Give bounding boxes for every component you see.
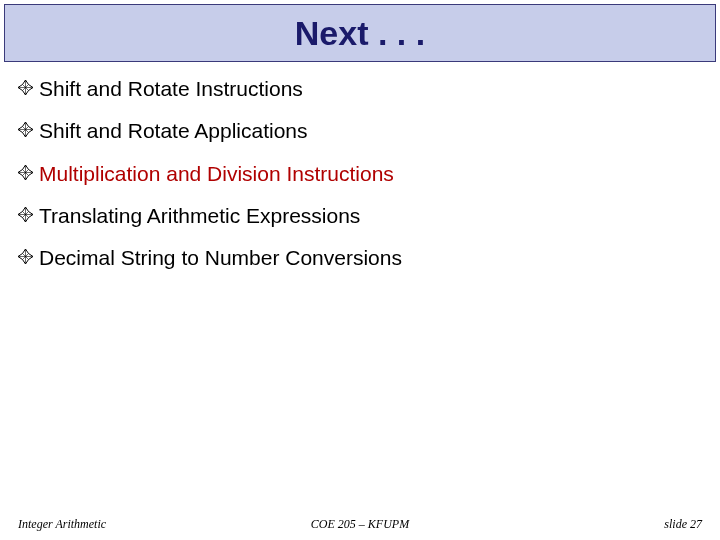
list-item-text: Shift and Rotate Instructions <box>39 76 303 102</box>
footer-left: Integer Arithmetic <box>18 517 244 532</box>
list-item: Shift and Rotate Instructions <box>18 76 702 102</box>
diamond-bullet-icon <box>18 122 33 137</box>
list-item: Decimal String to Number Conversions <box>18 245 702 271</box>
list-item-text: Decimal String to Number Conversions <box>39 245 402 271</box>
diamond-bullet-icon <box>18 165 33 180</box>
footer: Integer Arithmetic COE 205 – KFUPM slide… <box>0 517 720 532</box>
footer-center: COE 205 – KFUPM <box>244 517 477 532</box>
footer-right: slide 27 <box>476 517 702 532</box>
diamond-bullet-icon <box>18 80 33 95</box>
diamond-bullet-icon <box>18 249 33 264</box>
content-area: Shift and Rotate Instructions Shift and … <box>0 62 720 271</box>
title-banner: Next . . . <box>4 4 716 62</box>
list-item-text: Translating Arithmetic Expressions <box>39 203 360 229</box>
list-item-text: Shift and Rotate Applications <box>39 118 308 144</box>
slide-title: Next . . . <box>295 14 425 53</box>
list-item: Shift and Rotate Applications <box>18 118 702 144</box>
list-item-text: Multiplication and Division Instructions <box>39 161 394 187</box>
list-item: Multiplication and Division Instructions <box>18 161 702 187</box>
diamond-bullet-icon <box>18 207 33 222</box>
list-item: Translating Arithmetic Expressions <box>18 203 702 229</box>
